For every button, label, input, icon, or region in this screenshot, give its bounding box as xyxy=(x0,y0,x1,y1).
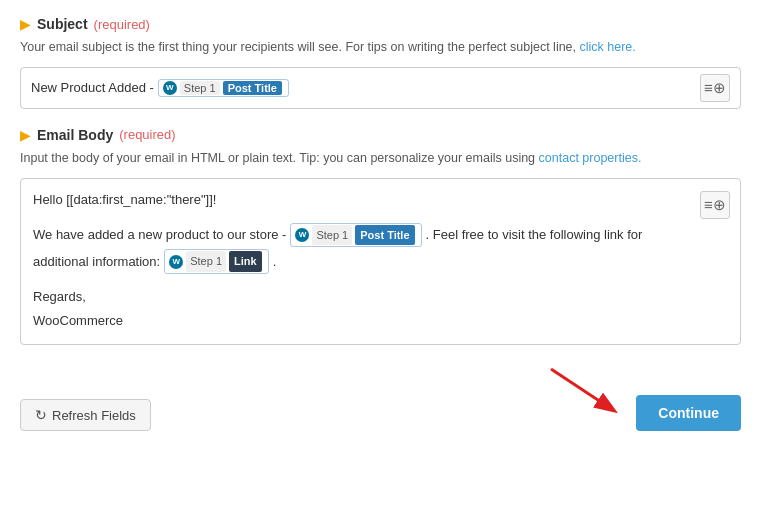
red-arrow-icon xyxy=(541,364,631,419)
email-body-section-header: ▶ Email Body (required) xyxy=(20,127,741,143)
subject-input-row: New Product Added - W Step 1 Post Title … xyxy=(20,67,741,109)
line2-step-badge: W Step 1 Post Title xyxy=(290,223,421,248)
subject-step-badge: W Step 1 Post Title xyxy=(158,79,289,97)
continue-area: Continue xyxy=(541,361,741,431)
line2-prefix: We have added a new product to our store… xyxy=(33,224,286,246)
email-format-icon: ≡⊕ xyxy=(704,196,726,214)
line3-link-tag: Link xyxy=(229,251,262,272)
bottom-row: ↻ Refresh Fields Continue xyxy=(20,361,741,431)
line3-step-label: Step 1 xyxy=(186,251,226,272)
subject-format-button[interactable]: ≡⊕ xyxy=(700,74,730,102)
email-regards-line: Regards, xyxy=(33,286,700,308)
line3-suffix: . xyxy=(273,251,277,273)
email-greeting-line: Hello [[data:first_name:"there"]]! xyxy=(33,189,700,211)
refresh-fields-button[interactable]: ↻ Refresh Fields xyxy=(20,399,151,431)
subject-input-content: New Product Added - W Step 1 Post Title xyxy=(31,79,700,97)
line2-suffix: . Feel free to visit the following link … xyxy=(426,224,643,246)
svg-line-1 xyxy=(551,369,613,410)
subject-post-title: Post Title xyxy=(223,81,282,95)
email-company: WooCommerce xyxy=(33,310,123,332)
email-body-arrow-icon: ▶ xyxy=(20,127,31,143)
refresh-label: Refresh Fields xyxy=(52,408,136,423)
wp-icon: W xyxy=(163,81,177,95)
subject-description: Your email subject is the first thing yo… xyxy=(20,38,741,57)
contact-properties-link[interactable]: contact properties. xyxy=(539,151,642,165)
email-body-box: Hello [[data:first_name:"there"]]! We ha… xyxy=(20,178,741,346)
subject-title: Subject xyxy=(37,16,88,32)
email-body-content[interactable]: Hello [[data:first_name:"there"]]! We ha… xyxy=(33,189,700,335)
subject-prefix: New Product Added - xyxy=(31,80,154,95)
subject-step-label: Step 1 xyxy=(180,81,220,95)
subject-link[interactable]: click here. xyxy=(580,40,636,54)
format-icon: ≡⊕ xyxy=(704,79,726,97)
line2-post-title: Post Title xyxy=(355,225,414,246)
line2-step-label: Step 1 xyxy=(312,225,352,246)
continue-button[interactable]: Continue xyxy=(636,395,741,431)
email-regards: Regards, xyxy=(33,286,86,308)
wp-icon-3: W xyxy=(169,255,183,269)
email-line3: additional information: W Step 1 Link . xyxy=(33,249,700,274)
refresh-icon: ↻ xyxy=(35,407,47,423)
subject-section-header: ▶ Subject (required) xyxy=(20,16,741,32)
email-body-title: Email Body xyxy=(37,127,113,143)
email-company-line: WooCommerce xyxy=(33,310,700,332)
email-line2: We have added a new product to our store… xyxy=(33,223,700,248)
line3-prefix: additional information: xyxy=(33,251,160,273)
subject-arrow-icon: ▶ xyxy=(20,16,31,32)
email-body-inner: Hello [[data:first_name:"there"]]! We ha… xyxy=(21,179,740,345)
subject-required: (required) xyxy=(94,17,150,32)
email-body-required: (required) xyxy=(119,127,175,142)
email-body-format-button[interactable]: ≡⊕ xyxy=(700,191,730,219)
line3-step-badge: W Step 1 Link xyxy=(164,249,268,274)
email-greeting: Hello [[data:first_name:"there"]]! xyxy=(33,189,216,211)
wp-icon-2: W xyxy=(295,228,309,242)
email-body-description: Input the body of your email in HTML or … xyxy=(20,149,741,168)
